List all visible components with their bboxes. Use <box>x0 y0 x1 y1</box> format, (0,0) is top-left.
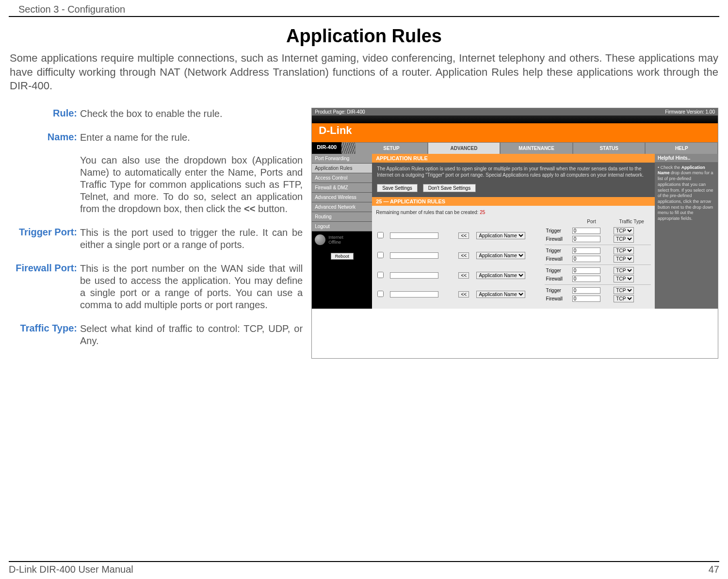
rule-row: << Application Name Trigger TCP <box>376 265 651 275</box>
sidenav-port-forwarding[interactable]: Port Forwarding <box>312 154 372 164</box>
panel-header-rules: 25 — APPLICATION RULES <box>372 197 655 206</box>
trigger-type-select[interactable]: TCP <box>614 227 634 234</box>
sidenav-firewall-dmz[interactable]: Firewall & DMZ <box>312 183 372 193</box>
sidenav-access-control[interactable]: Access Control <box>312 173 372 183</box>
tab-maintenance[interactable]: MAINTENANCE <box>500 142 573 154</box>
router-ui-screenshot: Product Page: DIR-400 Firmware Version: … <box>311 108 718 359</box>
copy-app-button[interactable]: << <box>458 252 469 259</box>
main-panel: APPLICATION RULE The Application Rules o… <box>372 154 655 309</box>
rule-name-input[interactable] <box>390 232 438 239</box>
firewall-port-input[interactable] <box>572 276 600 282</box>
rule-row: << Application Name Trigger TCP <box>376 245 651 255</box>
trigger-type-select[interactable]: TCP <box>614 267 634 274</box>
firewall-type-select[interactable]: TCP <box>614 255 634 263</box>
sidenav-advanced-wireless[interactable]: Advanced Wireless <box>312 193 372 202</box>
firewall-label: Firewall <box>545 275 571 285</box>
def-rule-label: Rule: <box>10 108 80 120</box>
rule-name-input[interactable] <box>390 252 438 259</box>
rule-name-input[interactable] <box>390 272 438 279</box>
brand-logo: D-Link <box>319 124 352 137</box>
firewall-port-input[interactable] <box>572 256 600 262</box>
trigger-label: Trigger <box>545 225 571 235</box>
rules-body: Remaining number of rules that can be cr… <box>372 206 655 309</box>
firewall-label: Firewall <box>545 235 571 245</box>
col-port: Port <box>571 218 613 225</box>
reboot-button[interactable]: Reboot <box>331 253 354 260</box>
panel-description: The Application Rules option is used to … <box>372 163 655 181</box>
topbar: Product Page: DIR-400 Firmware Version: … <box>312 108 718 116</box>
section-header: Section 3 - Configuration <box>9 0 719 17</box>
nav-tabs: SETUP ADVANCED MAINTENANCE STATUS HELP <box>355 142 718 154</box>
trigger-type-select[interactable]: TCP <box>614 247 634 254</box>
tab-status[interactable]: STATUS <box>573 142 646 154</box>
trigger-type-select[interactable]: TCP <box>614 287 634 294</box>
def-name-text: Enter a name for the rule. You can also … <box>80 132 303 215</box>
sidenav-routing[interactable]: Routing <box>312 212 372 222</box>
def-name: Name: Enter a name for the rule. You can… <box>10 132 303 215</box>
trigger-label: Trigger <box>545 265 571 275</box>
rule-enable-checkbox[interactable] <box>377 291 384 297</box>
page-title: Application Rules <box>0 26 728 47</box>
rules-table: Port Traffic Type << Application Name Tr… <box>376 218 651 303</box>
rule-name-input[interactable] <box>390 291 438 298</box>
def-name-p1: Enter a name for the rule. <box>80 132 303 144</box>
trigger-label: Trigger <box>545 284 571 295</box>
sidenav-logout[interactable]: Logout <box>312 222 372 232</box>
rule-enable-checkbox[interactable] <box>377 232 384 238</box>
application-name-select[interactable]: Application Name <box>476 252 525 259</box>
copy-app-button[interactable]: << <box>458 272 469 279</box>
tab-advanced[interactable]: ADVANCED <box>428 142 501 154</box>
hints-header: Helpful Hints.. <box>655 154 718 162</box>
application-name-select[interactable]: Application Name <box>476 291 525 298</box>
rule-enable-checkbox[interactable] <box>377 272 384 278</box>
sidenav: Port Forwarding Application Rules Access… <box>312 154 372 309</box>
def-trigger-text: This is the port used to trigger the rul… <box>80 227 303 251</box>
firewall-port-input[interactable] <box>572 236 600 242</box>
tab-help[interactable]: HELP <box>645 142 718 154</box>
trigger-port-input[interactable] <box>572 228 600 234</box>
dont-save-settings-button[interactable]: Don't Save Settings <box>423 184 476 192</box>
sidenav-application-rules[interactable]: Application Rules <box>312 164 372 173</box>
panel-buttons: Save Settings Don't Save Settings <box>372 181 655 197</box>
trigger-port-input[interactable] <box>572 287 600 294</box>
brand-bar: D-Link <box>312 116 718 142</box>
copy-app-button[interactable]: << <box>458 232 469 239</box>
def-rule: Rule: Check the box to enable the rule. <box>10 108 303 120</box>
save-settings-button[interactable]: Save Settings <box>377 184 418 192</box>
rule-row: << Application Name Trigger TCP <box>376 225 651 235</box>
def-trigger: Trigger Port: This is the port used to t… <box>10 227 303 251</box>
hints-body: • Check the Application Name drop down m… <box>655 162 718 225</box>
trigger-port-input[interactable] <box>572 248 600 254</box>
def-traffic: Traffic Type: Select what kind of traffi… <box>10 323 303 347</box>
trigger-port-input[interactable] <box>572 267 600 274</box>
col-traffic-type: Traffic Type <box>612 218 651 225</box>
model-tab: DIR-400 <box>312 142 341 154</box>
firewall-port-input[interactable] <box>572 296 600 302</box>
firewall-type-select[interactable]: TCP <box>614 275 634 282</box>
firewall-type-select[interactable]: TCP <box>614 235 634 243</box>
globe-icon <box>315 234 325 245</box>
remaining-rules: Remaining number of rules that can be cr… <box>376 209 651 218</box>
product-page-label: Product Page: DIR-400 <box>315 109 365 115</box>
firewall-label: Firewall <box>545 255 571 265</box>
application-name-select[interactable]: Application Name <box>476 272 525 279</box>
footer: D-Link DIR-400 User Manual 47 <box>9 561 719 575</box>
application-name-select[interactable]: Application Name <box>476 232 525 239</box>
page-number: 47 <box>709 564 719 575</box>
def-firewall-label: Firewall Port: <box>10 263 80 311</box>
firewall-type-select[interactable]: TCP <box>614 295 634 302</box>
stripes-decor <box>341 142 355 154</box>
def-firewall-text: This is the port number on the WAN side … <box>80 263 303 311</box>
rule-enable-checkbox[interactable] <box>377 252 384 258</box>
body-row: Port Forwarding Application Rules Access… <box>312 154 718 309</box>
nav-row: DIR-400 SETUP ADVANCED MAINTENANCE STATU… <box>312 142 718 154</box>
def-name-label: Name: <box>10 132 80 215</box>
firmware-version: Firmware Version: 1.00 <box>665 109 715 115</box>
helpful-hints: Helpful Hints.. • Check the Application … <box>655 154 718 309</box>
def-traffic-text: Select what kind of traffic to control: … <box>80 323 303 347</box>
tab-setup[interactable]: SETUP <box>355 142 428 154</box>
firewall-label: Firewall <box>545 295 571 303</box>
def-name-p2: You can also use the dropdown box (Appli… <box>80 154 303 215</box>
copy-app-button[interactable]: << <box>458 291 469 298</box>
sidenav-advanced-network[interactable]: Advanced Network <box>312 202 372 212</box>
